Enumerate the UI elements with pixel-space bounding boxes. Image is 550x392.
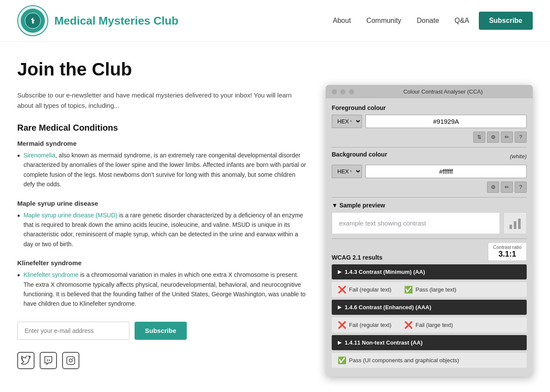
email-form: Subscribe (17, 322, 308, 340)
condition-text-klinefelter: Klinefelter syndrome is a chromosomal va… (23, 270, 308, 309)
sample-chart-box (503, 212, 527, 234)
wcag-sub-1-4-11: ✅ Pass (UI components and graphical obje… (332, 353, 527, 368)
svg-point-5 (69, 359, 72, 362)
svg-point-6 (73, 358, 73, 358)
foreground-format-select[interactable]: HEX ▾ (332, 115, 362, 128)
contrast-ratio-box: Contrast ratio 3.1:1 (488, 242, 527, 261)
svg-rect-8 (514, 221, 516, 229)
foreground-value-input[interactable] (365, 115, 527, 128)
header-subscribe-button[interactable]: Subscribe (479, 12, 533, 30)
bg-settings-tool-button[interactable]: ⚙ (487, 182, 499, 193)
wcag-row-1-4-11[interactable]: ▶ 1.4.11 Non-text Contrast (AA) (332, 335, 527, 350)
site-title: Medical Mysteries Club (54, 14, 179, 28)
titlebar-dot-1 (332, 89, 337, 94)
wcag-fail-label-3: Fail (large text) (415, 322, 453, 328)
condition-link-klinefelter[interactable]: Klinefelter syndrome (23, 271, 79, 278)
nav-about[interactable]: About (327, 13, 357, 28)
nav-qanda[interactable]: Q&A (449, 13, 475, 28)
wcag-row-label-3: 1.4.11 Non-text Contrast (AA) (345, 339, 423, 346)
background-white-label: (white) (510, 153, 527, 160)
wcag-triangle-1: ▶ (338, 269, 341, 275)
bg-eyedropper-tool-button[interactable]: ✏ (501, 182, 513, 193)
cca-body: Foreground colour HEX ▾ ⇅ ⚙ ✏ ? Backgrou (326, 98, 533, 376)
wcag-label: WCAG 2.1 results (332, 254, 382, 261)
bullet-icon: ▪ (17, 270, 20, 309)
titlebar-dot-2 (340, 89, 346, 94)
svg-rect-7 (509, 225, 512, 229)
wcag-row-label-2: 1.4.6 Contrast (Enhanced) (AAA) (345, 304, 431, 310)
header-left: ⚕ Medical Mysteries Club (17, 5, 179, 36)
svg-text:⚕: ⚕ (31, 17, 35, 25)
wcag-pass-ui-1: ✅ Pass (UI components and graphical obje… (338, 356, 459, 364)
bg-help-tool-button[interactable]: ? (515, 182, 527, 193)
fail-icon-2: ❌ (338, 321, 346, 329)
email-subscribe-button[interactable]: Subscribe (135, 322, 187, 340)
divider-1 (332, 147, 527, 147)
divider-2 (332, 197, 527, 198)
wcag-fail-regular-2: ❌ Fail (regular text) (338, 321, 391, 329)
divider-3 (332, 238, 527, 239)
twitch-icon[interactable] (40, 352, 57, 369)
wcag-pass-label-2: Pass (UI components and graphical object… (349, 357, 459, 364)
help-tool-button[interactable]: ? (515, 132, 527, 143)
logo-icon: ⚕ (21, 9, 45, 33)
swap-tool-button[interactable]: ⇅ (473, 132, 485, 143)
condition-msud: Maple syrup urine disease ▪ Maple syrup … (17, 200, 308, 249)
condition-text-mermaid: Sirenomelia, also known as mermaid syndr… (23, 151, 308, 189)
condition-title-klinefelter: Klinefelter syndrome (17, 259, 308, 267)
background-value-input[interactable] (365, 165, 527, 178)
wcag-row-1-4-3[interactable]: ▶ 1.4.3 Contrast (Minimum) (AA) (332, 264, 527, 279)
sample-preview-area: example text showing contrast (332, 212, 527, 234)
social-icons-row (17, 352, 308, 369)
titlebar-dot-3 (349, 89, 354, 94)
sample-preview-section: ▼ Sample preview example text showing co… (332, 202, 527, 234)
condition-link-mermaid[interactable]: Sirenomelia (23, 152, 55, 159)
cca-column: Colour Contrast Analyser (CCA) Foregroun… (326, 59, 533, 376)
eyedropper-tool-button[interactable]: ✏ (501, 132, 513, 143)
settings-tool-button[interactable]: ⚙ (487, 132, 499, 143)
condition-item-mermaid: ▪ Sirenomelia, also known as mermaid syn… (17, 151, 308, 189)
main-content: Join the Club Subscribe to our e-newslet… (0, 42, 550, 392)
wcag-pass-large-1: ✅ Pass (large text) (404, 285, 456, 294)
section-title: Rare Medical Conditions (17, 123, 308, 133)
fail-icon-3: ❌ (404, 321, 413, 329)
wcag-row-1-4-6[interactable]: ▶ 1.4.6 Contrast (Enhanced) (AAA) (332, 300, 527, 315)
sample-text-box: example text showing contrast (332, 212, 500, 234)
svg-rect-4 (67, 357, 75, 364)
wcag-row-label-1: 1.4.3 Contrast (Minimum) (AA) (345, 269, 425, 275)
background-format-select[interactable]: HEX ▾ (332, 165, 362, 178)
foreground-tools: ⇅ ⚙ ✏ ? (332, 132, 527, 143)
condition-text-msud: Maple syrup urine disease (MSUD) is a ra… (23, 210, 308, 249)
condition-item-msud: ▪ Maple syrup urine disease (MSUD) is a … (17, 210, 308, 249)
svg-rect-9 (518, 219, 521, 229)
main-nav: About Community Donate Q&A Subscribe (327, 12, 533, 30)
instagram-icon[interactable] (62, 352, 79, 369)
nav-donate[interactable]: Donate (411, 13, 445, 28)
condition-item-klinefelter: ▪ Klinefelter syndrome is a chromosomal … (17, 270, 308, 309)
wcag-fail-label-1: Fail (regular text) (349, 286, 391, 293)
cca-panel: Colour Contrast Analyser (CCA) Foregroun… (326, 85, 533, 376)
background-label-row: Background colour (white) (332, 151, 527, 161)
background-row: HEX ▾ (332, 165, 527, 178)
pass-icon-2: ✅ (338, 356, 346, 364)
wcag-results-header: WCAG 2.1 results Contrast ratio 3.1:1 (332, 242, 527, 261)
condition-desc-mermaid: , also known as mermaid syndrome, is an … (23, 152, 306, 188)
pass-icon-1: ✅ (404, 285, 413, 294)
twitter-icon[interactable] (17, 352, 35, 369)
condition-link-msud[interactable]: Maple syrup urine disease (MSUD) (23, 212, 117, 219)
background-label: Background colour (332, 151, 387, 158)
background-tools: ⚙ ✏ ? (332, 182, 527, 193)
wcag-pass-label-1: Pass (large text) (415, 286, 456, 293)
cca-title: Colour Contrast Analyser (CCA) (359, 88, 527, 95)
condition-title-msud: Maple syrup urine disease (17, 200, 308, 207)
nav-community[interactable]: Community (360, 13, 407, 28)
intro-text: Subscribe to our e-newsletter and have m… (17, 90, 308, 111)
wcag-sub-1-4-6: ❌ Fail (regular text) ❌ Fail (large text… (332, 317, 527, 332)
foreground-label: Foreground colour (332, 104, 527, 111)
foreground-row: HEX ▾ (332, 115, 527, 128)
contrast-ratio-title: Contrast ratio (493, 245, 522, 250)
wcag-fail-large-2: ❌ Fail (large text) (404, 321, 453, 329)
site-header: ⚕ Medical Mysteries Club About Community… (0, 0, 550, 42)
cca-titlebar: Colour Contrast Analyser (CCA) (326, 85, 533, 98)
email-input[interactable] (17, 322, 129, 340)
